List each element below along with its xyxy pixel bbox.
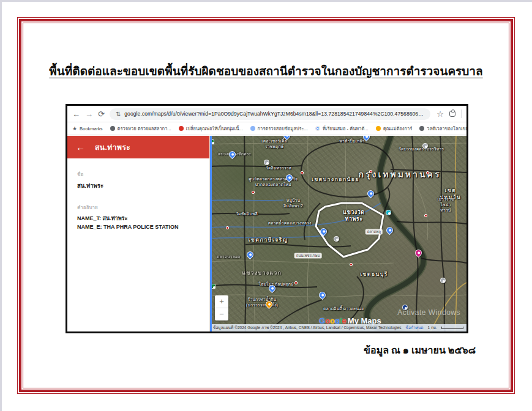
url-text: google.com/maps/d/u/0/viewer?mid=1Pa0O9d… [124, 111, 424, 117]
mymaps-sidebar: ← สน.ท่าพระ ชื่อ สน.ท่าพระ คำอธิบาย NAME… [67, 136, 210, 331]
map-label: ตลาดบางแค [217, 254, 240, 260]
map-label: ตลาดอินดี้ ดาวคะนอง [323, 306, 364, 312]
map-label: แขวงวัด ท่าพระ [343, 209, 364, 223]
zoom-out-button[interactable]: − [215, 308, 228, 320]
description-line-english: NAME_E: THA PHRA POLICE STATION [77, 223, 200, 231]
sidebar-back-icon[interactable]: ← [76, 143, 85, 152]
teal-map-pin-icon[interactable] [386, 210, 391, 215]
map-label: พาต้าปิ่นเกล้า [339, 139, 364, 144]
bookmark-item[interactable]: เปลี่ยนคุณพ่อให้เป็นหนุ่มเนี้... [179, 125, 243, 132]
bookmark-item[interactable]: Gที่เรียนเสมอ - ค้นหาด้... [315, 125, 369, 132]
map-label: เดอะเซอร์เคิ้ล ราชพฤกษ์ [261, 139, 287, 150]
red-sq-map-pin-icon[interactable] [426, 171, 429, 174]
scale-label: 1 กม. [427, 325, 436, 331]
terms-link[interactable]: ข้อกำหนด [406, 325, 424, 331]
gray-map-pin-icon[interactable] [440, 278, 446, 283]
map-label: ตลาดน้ำคลองบางหลวง [268, 221, 312, 226]
map-label: วัดชัยฉิมพลี [236, 212, 258, 217]
bookmarks-label: Bookmarks [80, 126, 103, 131]
yellow-favicon-icon [376, 126, 381, 131]
address-bar[interactable]: ⇅ google.com/maps/d/u/0/viewer?mid=1Pa0O… [110, 108, 430, 120]
bookmark-label: วลดีเวลาของโลกเขยา... [427, 125, 466, 132]
doc-favicon-icon [250, 126, 255, 131]
back-icon[interactable]: ← [72, 110, 80, 118]
map-label: เขตภาษีเจริญ [249, 237, 288, 243]
map-label: ถนนเพชรเกษม [294, 253, 322, 259]
red-sq-map-pin-icon[interactable] [252, 191, 255, 194]
bookmark-item[interactable]: การตรวจสอบข้อมูลประ... [250, 125, 308, 132]
map-zoom-control: + − [215, 295, 228, 320]
gray-map-pin-icon[interactable] [264, 160, 269, 165]
document-page: { "page": { "title": "พื้นที่ติดต่อและขอ… [0, 0, 532, 411]
name-field-value: สน.ท่าพระ [77, 181, 200, 190]
bookmark-label: ตรวจหวย ตรวจผลสลากา... [118, 125, 171, 132]
map-label: หมู่บ้าน อิมอัมพร 2 [283, 198, 303, 209]
map-left-divider [210, 136, 212, 331]
gray-map-pin-icon[interactable] [334, 236, 339, 242]
bookmark-item[interactable]: ตรวจหวย ตรวจผลสลากา... [110, 125, 171, 132]
star-icon: ★ [72, 125, 77, 131]
g-favicon-icon: G [315, 126, 320, 131]
sidebar-title: สน.ท่าพระ [95, 141, 130, 153]
map-label: วัดบวรมงคลราชวรวิหาร [399, 147, 444, 152]
description-field-label: คำอธิบาย [77, 204, 200, 212]
map-label: แขวงบางแวก [242, 270, 282, 276]
bookmark-star-icon[interactable]: ☆ [436, 110, 444, 118]
map-canvas[interactable]: + − GoogleMy Maps Activate Windows ข้อมู… [210, 136, 466, 331]
zoom-in-button[interactable]: + [215, 295, 228, 308]
sidebar-header: ← สน.ท่าพระ [67, 136, 209, 158]
bookmarks-items: ตรวจหวย ตรวจผลสลากา...เปลี่ยนคุณพ่อให้เป… [110, 125, 466, 132]
red-sq-map-pin-icon[interactable] [424, 214, 427, 217]
browser-toolbar: ← → ⟳ ⇅ google.com/maps/d/u/0/viewer?mid… [67, 106, 466, 122]
date-caption: ข้อมูล ณ ๑ เมษายน ๒๕๖๘ [364, 342, 476, 358]
map-label: ร้านกรท่าน้ำกิน (นารารวยมาเต็ง) [246, 297, 278, 308]
activate-windows-watermark: Activate Windows [397, 308, 460, 317]
bookmark-item[interactable]: วลดีเวลาของโลกเขยา... [419, 125, 466, 132]
gray-map-pin-icon[interactable] [422, 143, 428, 149]
bookmark-label: การตรวจสอบข้อมูลประ... [258, 125, 308, 132]
bookmark-label: ที่เรียนเสมอ - ค้นหาด้... [323, 125, 369, 132]
name-field-label: ชื่อ [77, 171, 200, 179]
page-title: พื้นที่ติดต่อและขอบเขตพื้นที่รับผิดชอบขอ… [24, 62, 508, 80]
map-attribution-bar: ข้อมูลแผนที่ ©2024 Google ภาพ ©2024 , Ai… [210, 324, 466, 331]
map-label: เขตบางกอกน้อย [312, 176, 359, 183]
bookmark-label: คุณแม่ต้องการ์ [383, 125, 413, 132]
site-info-icon[interactable]: ⇅ [116, 111, 121, 117]
browser-screenshot: ← → ⟳ ⇅ google.com/maps/d/u/0/viewer?mid… [66, 104, 468, 333]
globe-favicon-icon [419, 126, 424, 131]
map-label: ตลาดพลู [365, 229, 383, 235]
bookmark-item[interactable]: คุณแม่ต้องการ์ [376, 125, 413, 132]
red-sq-map-pin-icon[interactable] [294, 281, 298, 284]
page-content: ← สน.ท่าพระ ชื่อ สน.ท่าพระ คำอธิบาย NAME… [67, 136, 466, 331]
bookmarks-root[interactable]: ★ Bookmarks [72, 125, 103, 131]
red-sq-map-pin-icon[interactable] [301, 171, 304, 174]
red-sq-map-pin-icon[interactable] [350, 263, 353, 266]
red-favicon-icon [179, 126, 184, 131]
map-label: เขตธนบุรี [360, 271, 388, 278]
description-line-thai: NAME_T: สน.ท่าพระ [77, 214, 200, 223]
extensions-icon[interactable] [449, 111, 455, 117]
red-sq-map-pin-icon[interactable] [369, 170, 372, 173]
globe-favicon-icon [110, 126, 115, 131]
map-label: วัดอินทราวาส [266, 166, 291, 171]
bookmarks-bar: ★ Bookmarks ตรวจหวย ตรวจผลสลากา...เปลี่ย… [67, 122, 466, 135]
forward-icon[interactable]: → [85, 110, 93, 118]
reload-icon[interactable]: ⟳ [98, 110, 105, 118]
toolbar-divider [461, 109, 462, 118]
sidebar-body: ชื่อ สน.ท่าพระ คำอธิบาย NAME_T: สน.ท่าพร… [67, 158, 209, 244]
toolbar-right: ☆ [435, 109, 462, 118]
bookmark-label: เปลี่ยนคุณพ่อให้เป็นหนุ่มเนี้... [186, 125, 243, 132]
red-sq-map-pin-icon[interactable] [226, 226, 229, 229]
map-label: โฮมโปร กัลปพฤกษ์ [258, 282, 293, 287]
scale-bar [441, 327, 463, 329]
map-label: เยาวราช ไชน่าทาวน์ [435, 197, 456, 213]
attribution-text: ข้อมูลแผนที่ ©2024 Google ภาพ ©2024 , Ai… [213, 325, 402, 331]
